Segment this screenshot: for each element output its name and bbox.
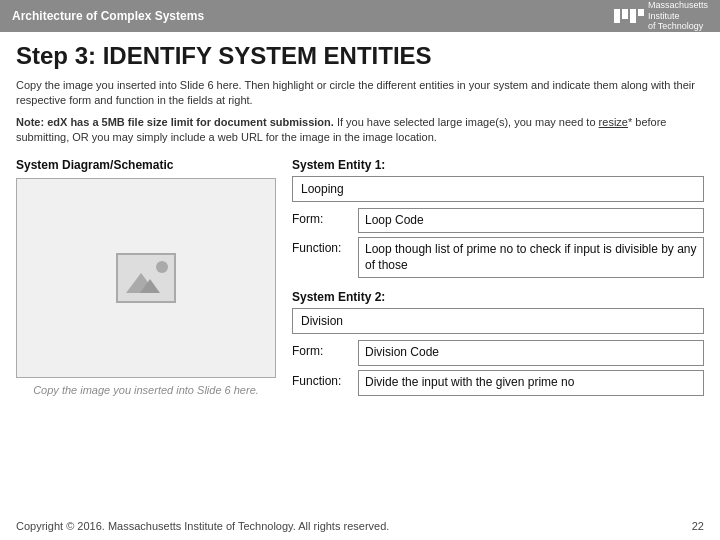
entity1-form-label: Form:: [292, 208, 352, 226]
footer-copyright: Copyright © 2016. Massachusetts Institut…: [16, 520, 389, 532]
app-title: Architecture of Complex Systems: [12, 9, 204, 23]
page-footer: Copyright © 2016. Massachusetts Institut…: [0, 520, 720, 532]
mit-logo-bars: [614, 9, 644, 23]
entity2-function-value[interactable]: Divide the input with the given prime no: [358, 370, 704, 396]
diagram-label: System Diagram/Schematic: [16, 158, 276, 172]
content-area: System Diagram/Schematic Copy the image …: [16, 158, 704, 408]
sun-icon: [156, 261, 168, 273]
left-column: System Diagram/Schematic Copy the image …: [16, 158, 276, 408]
diagram-image-placeholder: [16, 178, 276, 378]
entity2-function-label: Function:: [292, 370, 352, 388]
note-bold: Note: edX has a 5MB file size limit for …: [16, 116, 334, 128]
entity1-header: System Entity 1:: [292, 158, 704, 172]
entity1-function-row: Function: Loop though list of prime no t…: [292, 237, 704, 278]
entity2-name[interactable]: Division: [292, 308, 704, 334]
image-caption: Copy the image you inserted into Slide 6…: [16, 384, 276, 396]
entity1-form-value[interactable]: Loop Code: [358, 208, 704, 234]
mit-logo-text: Massachusetts Institute of Technology: [648, 0, 708, 32]
entity1-function-label: Function:: [292, 237, 352, 255]
mit-logo: Massachusetts Institute of Technology: [614, 0, 708, 32]
entity1-section: System Entity 1: Looping Form: Loop Code…: [292, 158, 704, 279]
footer-page-number: 22: [692, 520, 704, 532]
entity1-name[interactable]: Looping: [292, 176, 704, 202]
entity2-form-row: Form: Division Code: [292, 340, 704, 366]
entity2-form-value[interactable]: Division Code: [358, 340, 704, 366]
entity2-header: System Entity 2:: [292, 290, 704, 304]
instructions-text: Copy the image you inserted into Slide 6…: [16, 78, 704, 109]
page-header: Architecture of Complex Systems Massachu…: [0, 0, 720, 32]
entity2-form-label: Form:: [292, 340, 352, 358]
note-text: Note: edX has a 5MB file size limit for …: [16, 115, 704, 146]
note-rest: If you have selected large image(s), you…: [334, 116, 599, 128]
mountain2-icon: [140, 279, 160, 293]
right-column: System Entity 1: Looping Form: Loop Code…: [292, 158, 704, 408]
main-content: Step 3: IDENTIFY SYSTEM ENTITIES Copy th…: [0, 32, 720, 418]
entity1-function-value[interactable]: Loop though list of prime no to check if…: [358, 237, 704, 278]
image-icon: [116, 253, 176, 303]
entity2-function-row: Function: Divide the input with the give…: [292, 370, 704, 396]
entity1-form-row: Form: Loop Code: [292, 208, 704, 234]
step-title: Step 3: IDENTIFY SYSTEM ENTITIES: [16, 42, 704, 70]
entity2-section: System Entity 2: Division Form: Division…: [292, 290, 704, 395]
note-resize[interactable]: resize: [599, 116, 628, 128]
